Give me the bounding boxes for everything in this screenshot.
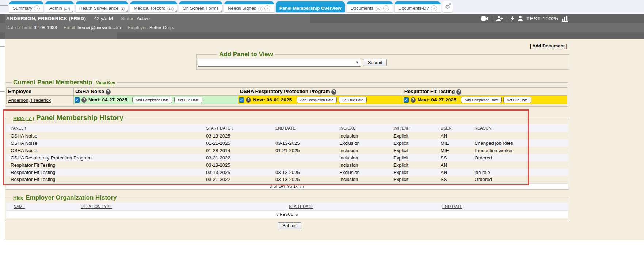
history-cell: Respirator Fit Testing xyxy=(6,176,205,183)
history-cell: OSHA Noise xyxy=(6,139,205,147)
add-panel-submit-button[interactable]: Submit xyxy=(363,59,387,66)
settings-gear-button[interactable]: ⚙⚙ xyxy=(442,1,453,12)
history-cell: Explicit xyxy=(392,176,439,183)
panel-checkbox[interactable]: ✓ xyxy=(239,97,244,103)
dob-value: 02-08-1983 xyxy=(34,25,57,30)
history-cell xyxy=(473,132,568,139)
set-due-date-button[interactable]: Set Due Date xyxy=(503,97,531,103)
history-cell: AN xyxy=(439,161,473,169)
tab-count: (40) xyxy=(375,7,381,11)
patient-header-band-bottom xyxy=(0,32,644,39)
history-column-link[interactable]: IMP/EXP xyxy=(393,126,410,130)
separator: | xyxy=(566,43,568,49)
flash-icon[interactable] xyxy=(511,16,514,22)
tab-admin[interactable]: Admin(17) xyxy=(45,1,73,12)
tab-medical-record[interactable]: Medical Record(17) xyxy=(130,1,177,12)
panel-column-label: OSHA Noise xyxy=(75,89,106,94)
history-cell: Respirator Fit Testing xyxy=(6,161,205,169)
employee-link[interactable]: Anderson, Frederick xyxy=(8,97,51,103)
history-cell: AN xyxy=(439,132,473,139)
history-cell: Exclusion xyxy=(338,169,392,176)
history-row: OSHA Respiratory Protection Program03-21… xyxy=(6,154,568,161)
tab-panel-membership-overview[interactable]: Panel Membership Overview xyxy=(276,1,345,12)
history-column-link[interactable]: END DATE xyxy=(275,126,296,130)
set-due-date-button[interactable]: Set Due Date xyxy=(339,97,367,103)
add-completion-date-button[interactable]: Add Completion Date xyxy=(297,97,337,103)
history-section: Hide ( 7 )Panel Membership History PANEL… xyxy=(5,114,569,190)
employer-column-link[interactable]: RELATION TYPE xyxy=(81,204,112,209)
chart-icon[interactable] xyxy=(562,16,568,22)
history-column-panel: PANEL ↑ xyxy=(6,124,205,132)
employer-column-link[interactable]: END DATE xyxy=(442,204,462,209)
employer-results-text: 0 RESULTS xyxy=(6,210,568,218)
divider xyxy=(492,16,492,22)
status-value: Active xyxy=(137,16,149,21)
panel-checkbox[interactable]: ✓ xyxy=(75,97,80,103)
separator: | xyxy=(530,43,531,49)
add-person-icon[interactable] xyxy=(496,16,503,21)
help-icon[interactable]: ? xyxy=(106,89,111,94)
history-row: OSHA Noise01-21-202503-13-2025ExclusionE… xyxy=(6,139,568,147)
history-column-link[interactable]: START DATE xyxy=(206,126,230,130)
tab-documents-dv[interactable]: Documents-DV↗ xyxy=(395,1,441,12)
help-icon[interactable]: ? xyxy=(81,97,87,103)
tab-label: Summary xyxy=(13,6,32,11)
panel-column-label: OSHA Respiratory Protection Program xyxy=(240,89,331,94)
next-due-text: Next: 06-01-2025 xyxy=(253,97,292,103)
history-cell: Explicit xyxy=(392,147,439,154)
panel-select[interactable] xyxy=(198,59,361,67)
set-due-date-button[interactable]: Set Due Date xyxy=(174,97,202,103)
employer-hide-link[interactable]: Hide xyxy=(13,195,23,201)
history-cell: 03-21-2022 xyxy=(205,176,274,183)
tab-summary[interactable]: Summary↗ xyxy=(9,1,43,12)
history-cell: Inclusion xyxy=(338,161,392,169)
history-cell: SS xyxy=(439,154,473,161)
history-cell: 01-21-2025 xyxy=(205,139,274,147)
tab-label: Documents xyxy=(350,6,373,11)
bottom-submit-button[interactable]: Submit xyxy=(278,222,301,230)
history-hide-link[interactable]: Hide ( 7 ) xyxy=(13,116,34,121)
history-row: Respirator Fit Testing03-13-202503-13-20… xyxy=(6,169,568,176)
current-panel-header-row: Employee OSHA Noise ?OSHA Respiratory Pr… xyxy=(7,88,567,96)
view-key-link[interactable]: View Key xyxy=(96,80,115,85)
tab-documents[interactable]: Documents(40)↗ xyxy=(347,1,393,12)
next-due-text: Next: 04-27-2025 xyxy=(418,97,457,103)
left-strip-line xyxy=(0,46,5,47)
employer-label: Employer: xyxy=(127,25,148,30)
panel-checkbox[interactable]: ✓ xyxy=(404,97,409,103)
employer-header-row: NAMERELATION TYPESTART DATEEND DATE xyxy=(6,203,568,210)
patient-icon xyxy=(518,16,523,21)
history-cell: Changed job roles xyxy=(473,139,568,147)
video-call-icon[interactable] xyxy=(481,16,488,21)
gear-icon: ⚙ xyxy=(449,2,451,6)
history-cell: Explicit xyxy=(392,154,439,161)
history-column-link[interactable]: USER xyxy=(441,126,452,130)
patient-id: TEST-10025 xyxy=(526,15,558,22)
add-completion-date-button[interactable]: Add Completion Date xyxy=(132,97,172,103)
history-cell: 03-13-2025 xyxy=(274,169,338,176)
external-link-icon: ↗ xyxy=(34,5,40,11)
current-panel-section: Current Panel Membership View Key Employ… xyxy=(5,79,568,107)
help-icon[interactable]: ? xyxy=(331,89,336,94)
employer-column-link[interactable]: NAME xyxy=(14,204,25,209)
history-cell: Respirator Fit Testing xyxy=(6,169,205,176)
tab-needs-signed[interactable]: Needs Signed(4)↗ xyxy=(224,1,274,12)
history-cell: 03-13-2025 xyxy=(205,161,274,169)
tab-label: Health Surveillance xyxy=(79,6,119,11)
history-column-link[interactable]: INC/EXC xyxy=(339,126,356,130)
current-panel-heading: Current Panel Membership xyxy=(13,79,92,86)
history-column-link[interactable]: PANEL xyxy=(11,126,23,130)
help-icon[interactable]: ? xyxy=(456,89,461,94)
left-strip-line xyxy=(8,0,8,6)
employer-column-link[interactable]: START DATE xyxy=(289,204,313,209)
add-completion-date-button[interactable]: Add Completion Date xyxy=(461,97,501,103)
history-cell: 01-21-2025 xyxy=(274,147,338,154)
history-column-inc-exc: INC/EXC xyxy=(338,124,392,132)
add-document-link[interactable]: Add Document xyxy=(532,43,565,49)
help-icon[interactable]: ? xyxy=(411,97,416,103)
tab-health-surveillance[interactable]: Health Surveillance(1) xyxy=(76,1,128,12)
history-column-link[interactable]: REASON xyxy=(475,126,491,130)
history-cell xyxy=(274,132,338,139)
tab-on-screen-forms[interactable]: On Screen Forms xyxy=(179,1,222,12)
help-icon[interactable]: ? xyxy=(246,97,251,103)
